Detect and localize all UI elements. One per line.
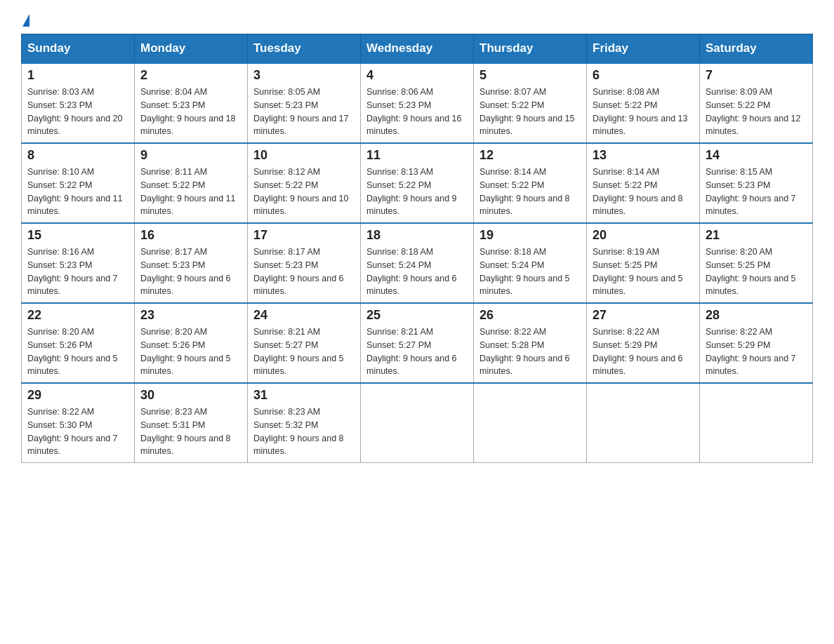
day-number: 16 (140, 228, 241, 243)
weekday-header-row: SundayMondayTuesdayWednesdayThursdayFrid… (22, 34, 813, 64)
day-number: 1 (27, 68, 128, 83)
calendar-cell: 27Sunrise: 8:22 AMSunset: 5:29 PMDayligh… (587, 303, 700, 383)
calendar-cell: 5Sunrise: 8:07 AMSunset: 5:22 PMDaylight… (474, 63, 587, 143)
day-info: Sunrise: 8:07 AMSunset: 5:22 PMDaylight:… (479, 86, 581, 138)
weekday-header-monday: Monday (135, 34, 248, 64)
day-number: 20 (593, 228, 694, 243)
calendar-cell: 6Sunrise: 8:08 AMSunset: 5:22 PMDaylight… (587, 63, 700, 143)
weekday-header-saturday: Saturday (700, 34, 813, 64)
logo (21, 14, 31, 27)
calendar-cell: 28Sunrise: 8:22 AMSunset: 5:29 PMDayligh… (700, 303, 813, 383)
day-info: Sunrise: 8:22 AMSunset: 5:30 PMDaylight:… (27, 405, 128, 458)
day-info: Sunrise: 8:21 AMSunset: 5:27 PMDaylight:… (366, 326, 468, 378)
day-number: 29 (27, 388, 128, 403)
day-number: 13 (593, 148, 694, 163)
day-number: 3 (253, 68, 355, 83)
calendar-cell: 31Sunrise: 8:23 AMSunset: 5:32 PMDayligh… (248, 383, 361, 463)
day-info: Sunrise: 8:20 AMSunset: 5:25 PMDaylight:… (706, 246, 807, 298)
day-info: Sunrise: 8:17 AMSunset: 5:23 PMDaylight:… (253, 246, 355, 298)
page-header (21, 14, 813, 27)
day-info: Sunrise: 8:04 AMSunset: 5:23 PMDaylight:… (140, 86, 241, 138)
day-info: Sunrise: 8:16 AMSunset: 5:23 PMDaylight:… (27, 246, 128, 298)
day-info: Sunrise: 8:22 AMSunset: 5:28 PMDaylight:… (479, 326, 581, 378)
calendar-cell: 8Sunrise: 8:10 AMSunset: 5:22 PMDaylight… (22, 143, 135, 223)
day-number: 11 (366, 148, 468, 163)
calendar-cell (474, 383, 587, 463)
day-info: Sunrise: 8:03 AMSunset: 5:23 PMDaylight:… (27, 86, 128, 138)
day-info: Sunrise: 8:05 AMSunset: 5:23 PMDaylight:… (253, 86, 355, 138)
day-number: 18 (366, 228, 468, 243)
calendar-cell: 9Sunrise: 8:11 AMSunset: 5:22 PMDaylight… (135, 143, 248, 223)
day-info: Sunrise: 8:09 AMSunset: 5:22 PMDaylight:… (706, 86, 807, 138)
calendar-cell: 7Sunrise: 8:09 AMSunset: 5:22 PMDaylight… (700, 63, 813, 143)
day-number: 17 (253, 228, 355, 243)
calendar-week-row: 8Sunrise: 8:10 AMSunset: 5:22 PMDaylight… (22, 143, 813, 223)
day-number: 23 (140, 308, 241, 323)
day-info: Sunrise: 8:14 AMSunset: 5:22 PMDaylight:… (479, 166, 581, 218)
calendar-cell: 17Sunrise: 8:17 AMSunset: 5:23 PMDayligh… (248, 223, 361, 303)
calendar-cell: 24Sunrise: 8:21 AMSunset: 5:27 PMDayligh… (248, 303, 361, 383)
calendar-week-row: 22Sunrise: 8:20 AMSunset: 5:26 PMDayligh… (22, 303, 813, 383)
calendar-cell: 21Sunrise: 8:20 AMSunset: 5:25 PMDayligh… (700, 223, 813, 303)
calendar-cell: 4Sunrise: 8:06 AMSunset: 5:23 PMDaylight… (361, 63, 474, 143)
day-info: Sunrise: 8:11 AMSunset: 5:22 PMDaylight:… (140, 166, 241, 218)
day-info: Sunrise: 8:21 AMSunset: 5:27 PMDaylight:… (253, 326, 355, 378)
weekday-header-tuesday: Tuesday (248, 34, 361, 64)
day-number: 22 (27, 308, 128, 323)
calendar-cell: 10Sunrise: 8:12 AMSunset: 5:22 PMDayligh… (248, 143, 361, 223)
calendar-cell: 18Sunrise: 8:18 AMSunset: 5:24 PMDayligh… (361, 223, 474, 303)
day-number: 25 (366, 308, 468, 323)
day-number: 9 (140, 148, 241, 163)
day-number: 19 (479, 228, 581, 243)
day-info: Sunrise: 8:13 AMSunset: 5:22 PMDaylight:… (366, 166, 468, 218)
day-info: Sunrise: 8:06 AMSunset: 5:23 PMDaylight:… (366, 86, 468, 138)
calendar-cell: 30Sunrise: 8:23 AMSunset: 5:31 PMDayligh… (135, 383, 248, 463)
day-number: 30 (140, 388, 241, 403)
day-info: Sunrise: 8:08 AMSunset: 5:22 PMDaylight:… (593, 86, 694, 138)
day-info: Sunrise: 8:23 AMSunset: 5:31 PMDaylight:… (140, 405, 241, 458)
weekday-header-thursday: Thursday (474, 34, 587, 64)
day-info: Sunrise: 8:12 AMSunset: 5:22 PMDaylight:… (253, 166, 355, 218)
day-info: Sunrise: 8:19 AMSunset: 5:25 PMDaylight:… (593, 246, 694, 298)
day-number: 31 (253, 388, 355, 403)
calendar-cell (361, 383, 474, 463)
calendar-cell: 12Sunrise: 8:14 AMSunset: 5:22 PMDayligh… (474, 143, 587, 223)
calendar-cell: 14Sunrise: 8:15 AMSunset: 5:23 PMDayligh… (700, 143, 813, 223)
day-info: Sunrise: 8:18 AMSunset: 5:24 PMDaylight:… (366, 246, 468, 298)
day-info: Sunrise: 8:18 AMSunset: 5:24 PMDaylight:… (479, 246, 581, 298)
day-info: Sunrise: 8:15 AMSunset: 5:23 PMDaylight:… (706, 166, 807, 218)
day-number: 14 (706, 148, 807, 163)
day-number: 6 (593, 68, 694, 83)
day-number: 27 (593, 308, 694, 323)
day-number: 2 (140, 68, 241, 83)
day-number: 5 (479, 68, 581, 83)
day-number: 28 (706, 308, 807, 323)
calendar-cell (700, 383, 813, 463)
calendar-cell: 2Sunrise: 8:04 AMSunset: 5:23 PMDaylight… (135, 63, 248, 143)
day-number: 7 (706, 68, 807, 83)
weekday-header-wednesday: Wednesday (361, 34, 474, 64)
day-info: Sunrise: 8:20 AMSunset: 5:26 PMDaylight:… (140, 326, 241, 378)
weekday-header-sunday: Sunday (22, 34, 135, 64)
day-number: 15 (27, 228, 128, 243)
calendar-cell: 25Sunrise: 8:21 AMSunset: 5:27 PMDayligh… (361, 303, 474, 383)
calendar-table: SundayMondayTuesdayWednesdayThursdayFrid… (21, 34, 813, 463)
calendar-cell: 23Sunrise: 8:20 AMSunset: 5:26 PMDayligh… (135, 303, 248, 383)
day-number: 4 (366, 68, 468, 83)
calendar-cell: 20Sunrise: 8:19 AMSunset: 5:25 PMDayligh… (587, 223, 700, 303)
day-info: Sunrise: 8:22 AMSunset: 5:29 PMDaylight:… (706, 326, 807, 378)
calendar-cell: 13Sunrise: 8:14 AMSunset: 5:22 PMDayligh… (587, 143, 700, 223)
calendar-cell: 29Sunrise: 8:22 AMSunset: 5:30 PMDayligh… (22, 383, 135, 463)
calendar-week-row: 29Sunrise: 8:22 AMSunset: 5:30 PMDayligh… (22, 383, 813, 463)
calendar-week-row: 1Sunrise: 8:03 AMSunset: 5:23 PMDaylight… (22, 63, 813, 143)
day-info: Sunrise: 8:20 AMSunset: 5:26 PMDaylight:… (27, 326, 128, 378)
day-info: Sunrise: 8:22 AMSunset: 5:29 PMDaylight:… (593, 326, 694, 378)
calendar-cell (587, 383, 700, 463)
day-info: Sunrise: 8:23 AMSunset: 5:32 PMDaylight:… (253, 405, 355, 458)
day-number: 21 (706, 228, 807, 243)
day-number: 24 (253, 308, 355, 323)
day-number: 10 (253, 148, 355, 163)
calendar-cell: 15Sunrise: 8:16 AMSunset: 5:23 PMDayligh… (22, 223, 135, 303)
day-number: 26 (479, 308, 581, 323)
day-number: 8 (27, 148, 128, 163)
